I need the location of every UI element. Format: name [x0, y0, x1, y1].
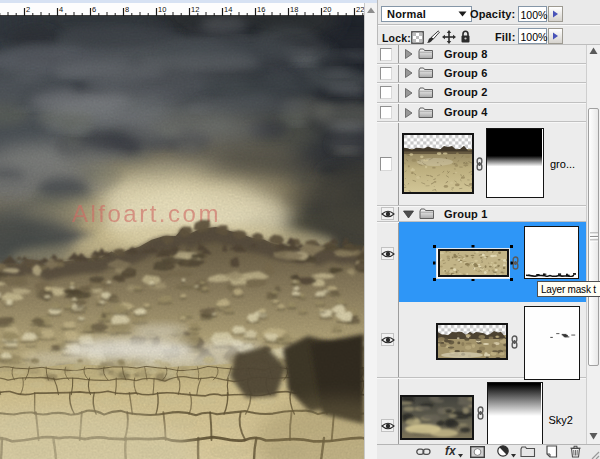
- svg-text:14: 14: [224, 5, 232, 14]
- svg-text:22: 22: [356, 5, 364, 14]
- svg-text:10: 10: [158, 5, 166, 14]
- svg-text:18: 18: [290, 5, 298, 14]
- svg-text:4: 4: [59, 5, 63, 14]
- svg-text:16: 16: [257, 5, 265, 14]
- svg-text:8: 8: [125, 5, 129, 14]
- svg-text:6: 6: [92, 5, 96, 14]
- svg-text:2: 2: [26, 5, 30, 14]
- svg-text:20: 20: [323, 5, 331, 14]
- svg-text:12: 12: [191, 5, 199, 14]
